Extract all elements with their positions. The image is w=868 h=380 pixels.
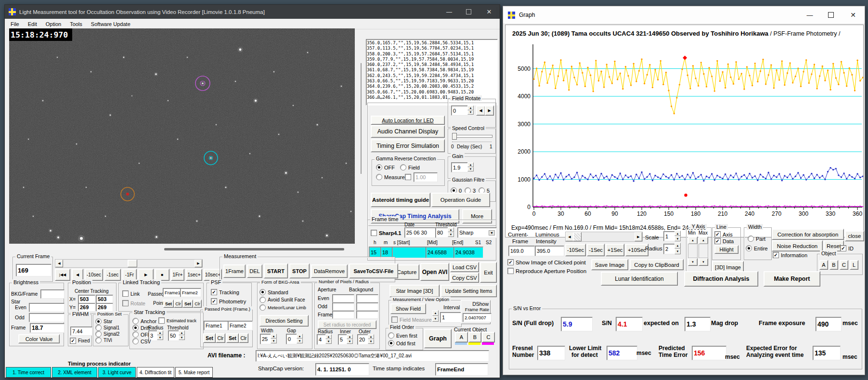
exit-button[interactable]: Exit: [480, 262, 497, 283]
graph-scrollbar-thumb[interactable]: [573, 232, 582, 241]
odd-first-radio[interactable]: Odd first: [388, 340, 415, 346]
passed-set2-button[interactable]: Set: [226, 333, 239, 343]
noise-reduction-button[interactable]: Noise Reduction: [772, 240, 823, 251]
minimize-button[interactable]: —: [440, 5, 459, 19]
speed-slider-track[interactable]: [452, 135, 492, 138]
data-list-line[interactable]: 359.0,77.9,"",15,19,57.7584,58.0034,15,1…: [367, 57, 497, 62]
rotate-right-button[interactable]: ▶: [485, 105, 494, 116]
information-checkbox[interactable]: Information: [773, 252, 807, 258]
minus-1sec-button[interactable]: -1sec: [104, 269, 121, 281]
linked-frame2-box[interactable]: Frame2: [180, 288, 201, 297]
linked-clr1-button[interactable]: Clr: [174, 300, 182, 308]
gw-luminous-field[interactable]: 395.0: [535, 246, 564, 256]
pixels-radius-spinner[interactable]: ▲▼: [325, 334, 332, 344]
operation-guide-button[interactable]: Operation Guide: [431, 193, 490, 207]
speed-slider-thumb[interactable]: [452, 133, 457, 140]
anchor-radio[interactable]: Anchor: [132, 318, 156, 324]
passed-frame1-field[interactable]: Frame1: [204, 321, 229, 330]
scroll-right-icon[interactable]: ▶: [194, 260, 202, 267]
graph-scroll-right-icon[interactable]: ▶: [635, 232, 642, 241]
even-first-radio[interactable]: Even first: [388, 332, 417, 339]
width-part-radio[interactable]: Part: [748, 236, 765, 242]
data-list-line[interactable]: 357.0,113.5,"",15,19,56.7784,57.0234,15,…: [367, 46, 497, 51]
star-even-field[interactable]: [29, 303, 65, 312]
passed-clr1-button[interactable]: Clr: [216, 333, 225, 343]
show-image-checkbox[interactable]: Show Image of Clicked point: [507, 259, 586, 265]
linked-clr2-button[interactable]: Clr: [193, 300, 202, 308]
field-rotate-spinner[interactable]: ▲▼: [467, 105, 474, 115]
graph-scroll-left-icon[interactable]: ◀: [566, 232, 573, 241]
panel-divider-handle[interactable]: [376, 98, 383, 99]
link-checkbox[interactable]: Link: [122, 290, 140, 297]
graph-button[interactable]: Graph: [424, 329, 452, 348]
star-image-3d-button[interactable]: Star Image [3D]: [389, 285, 440, 297]
width-entire-radio[interactable]: Entire: [746, 245, 768, 251]
plusminus-1sec-button[interactable]: +1Sec: [606, 244, 624, 256]
current-frame-marker[interactable]: [683, 56, 687, 60]
data-list-line[interactable]: 364.0,239.6,"",15,20,00.2083,00.4533,15,…: [367, 84, 497, 89]
field-measure-checkbox[interactable]: Field Measure: [391, 316, 432, 323]
light-curve-plot[interactable]: 0306090120150180210240270300330360010002…: [505, 25, 863, 237]
rotate-left-button[interactable]: ◀: [476, 105, 485, 116]
dataremove-button[interactable]: DataRemove: [311, 264, 348, 278]
menu-software-update[interactable]: Software Update: [87, 20, 135, 28]
update-setting-items-button[interactable]: Update Setting Items: [440, 285, 497, 297]
object-c-button[interactable]: C: [840, 260, 848, 270]
passed-frame2-field[interactable]: Frame2: [228, 321, 253, 330]
tracking-csv-radio[interactable]: CSV: [132, 338, 151, 344]
gw-close-button[interactable]: close: [845, 231, 864, 241]
gamma-value-field[interactable]: 1.00: [414, 172, 438, 182]
line-axis-checkbox[interactable]: Axis: [714, 231, 733, 237]
gamma-apply-checkbox[interactable]: [405, 174, 411, 180]
menu-edit[interactable]: Edit: [24, 20, 41, 28]
gw-radius-spinner[interactable]: ▲▼: [674, 243, 681, 254]
playback-scrollbar-thumb[interactable]: [128, 260, 137, 267]
gain-spinner[interactable]: ▲▼: [467, 162, 474, 171]
posset-signal2-radio[interactable]: Signal2: [95, 331, 119, 337]
passed-set1-button[interactable]: Set: [203, 333, 216, 343]
line-data-checkbox[interactable]: Data: [714, 238, 734, 244]
plus-1frame-button[interactable]: 1Fr+: [171, 269, 184, 281]
posset-signal1-radio[interactable]: Signal1: [95, 325, 119, 331]
bkg-gap-spinner[interactable]: ▲▼: [297, 334, 303, 343]
start-button[interactable]: START: [264, 263, 288, 278]
graph-scrollbar[interactable]: ◀ ▶: [565, 232, 643, 242]
posset-tivi-radio[interactable]: TIVi: [95, 337, 112, 343]
scroll-left-icon[interactable]: ◀: [55, 260, 63, 267]
gw-current-frame-field[interactable]: 169.0: [508, 246, 535, 256]
object-b-button[interactable]: B: [829, 260, 838, 270]
menu-file[interactable]: File: [6, 20, 24, 28]
data-list-line[interactable]: 363.0,66.5,"",15,19,59.7183,59.9633,15,2…: [367, 79, 497, 84]
graph-minimize-button[interactable]: —: [799, 6, 820, 24]
savetocsv-file-button[interactable]: SaveToCSV-File: [349, 263, 398, 278]
tracking-threshold-spinner[interactable]: ▲▼: [179, 330, 185, 340]
current-object-b-button[interactable]: B: [468, 332, 481, 342]
plus-1sec-button[interactable]: 1sec+: [186, 269, 202, 281]
avi-filename-field[interactable]: I:¥A-えんぺい観測¥観測記録2025¥20250630◎Tama空港¥00_…: [256, 350, 489, 362]
object-a-button[interactable]: A: [819, 260, 828, 270]
data-list-line[interactable]: 356.0,165.7,"",15,19,56.2884,56.5334,15,…: [367, 40, 497, 46]
id-checkbox[interactable]: ID: [840, 245, 854, 251]
fwhm-fixed-checkbox[interactable]: Fixed: [70, 338, 90, 344]
estimated-track-checkbox[interactable]: Estimated track: [158, 317, 196, 324]
stop-button[interactable]: STOP: [289, 263, 310, 278]
current-frame-marker[interactable]: [684, 194, 687, 197]
rotate-checkbox[interactable]: Rotate: [122, 300, 145, 306]
asteroid-timing-guide-button[interactable]: Asteroid timing guide: [371, 193, 430, 207]
correction-absorption-button[interactable]: Correction for absorption: [772, 229, 844, 240]
object-l-button[interactable]: L: [850, 260, 858, 270]
timing-error-simulation-button[interactable]: Timing Error Simulation: [371, 139, 445, 152]
posset-star-radio[interactable]: Star: [95, 318, 112, 325]
diffraction-analysis-button[interactable]: Diffraction Analysis: [684, 271, 758, 287]
maximize-button[interactable]: [459, 5, 478, 19]
1frame-button[interactable]: 1Frame: [223, 264, 246, 278]
threshold-spinner[interactable]: ▲▼: [448, 227, 454, 237]
save-image-button[interactable]: Save Image: [591, 259, 628, 270]
set-radius-button[interactable]: Set radius to recorded: [318, 320, 376, 329]
show-field-button[interactable]: Show Field: [390, 303, 426, 314]
del-button[interactable]: DEL: [247, 264, 262, 278]
current-object-c-button[interactable]: C: [482, 332, 495, 342]
video-horizontal-scrollbar[interactable]: [164, 248, 344, 250]
open-avi-button[interactable]: Open AVI: [420, 263, 449, 281]
ymin-down-button[interactable]: ▼: [688, 258, 698, 266]
